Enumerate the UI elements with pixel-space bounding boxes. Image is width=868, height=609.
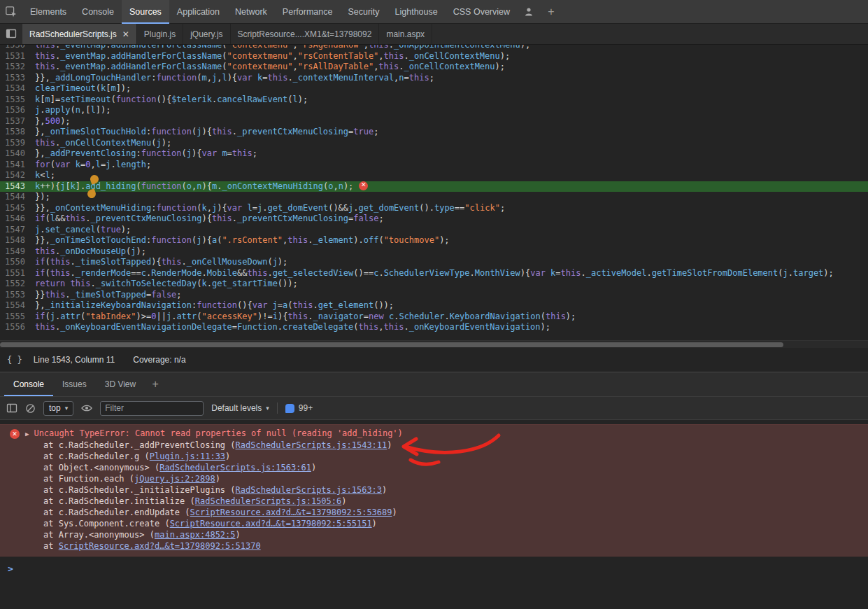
code-line-1537[interactable]: 1537},500); [0, 116, 868, 127]
line-number[interactable]: 1545 [0, 203, 35, 214]
file-tab-plugin-js[interactable]: Plugin.js [137, 24, 183, 44]
file-tab-main-aspx[interactable]: main.aspx [379, 24, 432, 44]
line-number[interactable]: 1555 [0, 312, 35, 323]
stack-link[interactable]: ScriptResource.axd?d…&t=13798092:5:53689 [190, 507, 392, 517]
line-number[interactable]: 1531 [0, 51, 35, 62]
code-line-1531[interactable]: 1531this._eventMap.addHandlerForClassNam… [0, 51, 868, 62]
close-tab-icon[interactable]: ✕ [122, 29, 129, 39]
file-tab-scriptresource-xm1-t-13798092[interactable]: ScriptResource....XM1&t=13798092 [231, 24, 380, 44]
tab-network[interactable]: Network [227, 0, 275, 24]
tab-performance[interactable]: Performance [275, 0, 341, 24]
code-line-1534[interactable]: 1534clearTimeout(k[m]); [0, 83, 868, 94]
code-line-1542[interactable]: 1542k<l; [0, 170, 868, 181]
line-number[interactable]: 1541 [0, 160, 35, 171]
stack-link[interactable]: ScriptResource.axd?d…&t=13798092:5:55151 [170, 519, 372, 528]
line-number[interactable]: 1549 [0, 246, 35, 258]
stack-link[interactable]: RadSchedulerScripts.js:1563:3 [236, 485, 383, 495]
line-number[interactable]: 1542 [0, 170, 35, 181]
line-number[interactable]: 1552 [0, 279, 35, 290]
code-line-1536[interactable]: 1536j.apply(n,[l]); [0, 105, 868, 116]
line-number[interactable]: 1538 [0, 127, 35, 138]
line-number[interactable]: 1547 [0, 225, 35, 236]
source-editor[interactable]: 1530this._eventMap.addHandlerForClassNam… [0, 45, 868, 340]
drawer-tab-console[interactable]: Console [4, 372, 53, 396]
pretty-print-icon[interactable]: { } [7, 355, 22, 365]
console-error-message[interactable]: ✕ ▶Uncaught TypeError: Cannot read prope… [0, 424, 868, 556]
line-number[interactable]: 1535 [0, 94, 35, 106]
tab-css-overview[interactable]: CSS Overview [446, 0, 518, 24]
line-number[interactable]: 1530 [0, 45, 35, 51]
line-number[interactable]: 1532 [0, 62, 35, 73]
line-number[interactable]: 1533 [0, 73, 35, 84]
clear-console-icon[interactable] [25, 403, 36, 414]
code-line-1530[interactable]: 1530this._eventMap.addHandlerForClassNam… [0, 45, 868, 51]
line-number[interactable]: 1537 [0, 116, 35, 127]
line-number[interactable]: 1551 [0, 268, 35, 279]
tab-sources[interactable]: Sources [122, 0, 169, 24]
user-icon[interactable] [518, 2, 540, 22]
stack-link[interactable]: RadSchedulerScripts.js:1543:11 [236, 440, 387, 450]
stack-link[interactable]: RadSchedulerScripts.js:1505:6 [195, 496, 342, 506]
code-line-1543[interactable]: 1543k++){j[k].add_hiding(function(o,n){m… [0, 181, 868, 192]
tab-application[interactable]: Application [169, 0, 227, 24]
expand-triangle-icon[interactable]: ▶ [25, 428, 29, 440]
console-sidebar-icon[interactable] [6, 402, 17, 414]
file-tab-jquery-js[interactable]: jQuery.js [183, 24, 230, 44]
inline-error-icon[interactable]: ✕ [359, 181, 368, 190]
line-number[interactable]: 1546 [0, 214, 35, 225]
code-line-1547[interactable]: 1547j.set_cancel(true); [0, 225, 868, 236]
stack-link[interactable]: main.aspx:4852:5 [155, 530, 236, 540]
console-prompt[interactable]: > [0, 560, 868, 577]
code-line-1555[interactable]: 1555if(j.attr("tabIndex")>=0||j.attr("ac… [0, 312, 868, 323]
line-number[interactable]: 1554 [0, 300, 35, 312]
code-line-1546[interactable]: 1546if(l&&this._preventCtxMenuClosing){t… [0, 214, 868, 225]
code-line-1548[interactable]: 1548}},_onTimeSlotTouchEnd:function(j){a… [0, 235, 868, 246]
line-number[interactable]: 1556 [0, 322, 35, 333]
code-line-1550[interactable]: 1550if(this._timeSlotTapped){this._onCel… [0, 257, 868, 268]
tab-security[interactable]: Security [340, 0, 387, 24]
code-line-1544[interactable]: 1544}); [0, 192, 868, 203]
code-line-1540[interactable]: 1540},_addPreventClosing:function(j){var… [0, 148, 868, 160]
line-number[interactable]: 1539 [0, 138, 35, 149]
drawer-tab-issues[interactable]: Issues [53, 372, 96, 396]
code-line-1556[interactable]: 1556this._onKeyboardEventNavigationDeleg… [0, 322, 868, 333]
add-panel-icon[interactable]: + [540, 2, 562, 22]
editor-horizontal-scrollbar[interactable] [0, 340, 868, 348]
line-number[interactable]: 1550 [0, 257, 35, 268]
line-number[interactable]: 1540 [0, 148, 35, 160]
error-headline[interactable]: ▶Uncaught TypeError: Cannot read propert… [25, 428, 403, 440]
code-line-1552[interactable]: 1552return this._switchToSelectedDay(k.g… [0, 279, 868, 290]
code-line-1539[interactable]: 1539this._onCellContextMenu(j); [0, 138, 868, 149]
drawer-tab-3d-view[interactable]: 3D View [96, 372, 145, 396]
javascript-context-selector[interactable]: top ▾ [43, 401, 73, 416]
tab-lighthouse[interactable]: Lighthouse [387, 0, 446, 24]
stack-link[interactable]: ScriptResource.axd?d…&t=13798092:5:51370 [59, 541, 261, 551]
inspect-icon[interactable] [0, 2, 22, 22]
code-line-1553[interactable]: 1553}}this._timeSlotTapped=false; [0, 290, 868, 301]
code-line-1538[interactable]: 1538},_onTimeSlotTouchHold:function(j){t… [0, 127, 868, 138]
code-line-1551[interactable]: 1551if(this._renderMode==c.RenderMode.Mo… [0, 268, 868, 279]
stack-link[interactable]: Plugin.js:11:33 [150, 451, 225, 461]
tab-console[interactable]: Console [74, 0, 122, 24]
stack-link[interactable]: jQuery.js:2:2898 [134, 474, 215, 484]
tab-elements[interactable]: Elements [22, 0, 74, 24]
code-line-1541[interactable]: 1541for(var k=0,l=j.length; [0, 160, 868, 171]
line-number[interactable]: 1534 [0, 83, 35, 94]
console-filter-input[interactable] [100, 401, 204, 416]
issues-counter[interactable]: 99+ [285, 403, 313, 413]
code-line-1545[interactable]: 1545}},_onContextMenuHiding:function(k,j… [0, 203, 868, 214]
line-number[interactable]: 1548 [0, 235, 35, 246]
code-line-1535[interactable]: 1535k[m]=setTimeout(function(){$telerik.… [0, 94, 868, 106]
line-number[interactable]: 1536 [0, 105, 35, 116]
live-expression-eye-icon[interactable] [81, 404, 92, 412]
code-line-1549[interactable]: 1549this._onDocMouseUp(j); [0, 246, 868, 258]
scrollbar-thumb[interactable] [0, 342, 783, 347]
file-tab-radschedulerscripts-js[interactable]: RadSchedulerScripts.js✕ [22, 24, 137, 44]
line-number[interactable]: 1553 [0, 290, 35, 301]
navigator-toggle-icon[interactable] [0, 24, 22, 43]
code-line-1533[interactable]: 1533}},_addLongTouchHandler:function(m,j… [0, 73, 868, 84]
code-line-1532[interactable]: 1532this._eventMap.addHandlerForClassNam… [0, 62, 868, 73]
add-drawer-tool-icon[interactable]: + [145, 372, 166, 396]
stack-link[interactable]: RadSchedulerScripts.js:1563:61 [159, 463, 311, 472]
log-levels-dropdown[interactable]: Default levels ▾ [211, 403, 269, 413]
